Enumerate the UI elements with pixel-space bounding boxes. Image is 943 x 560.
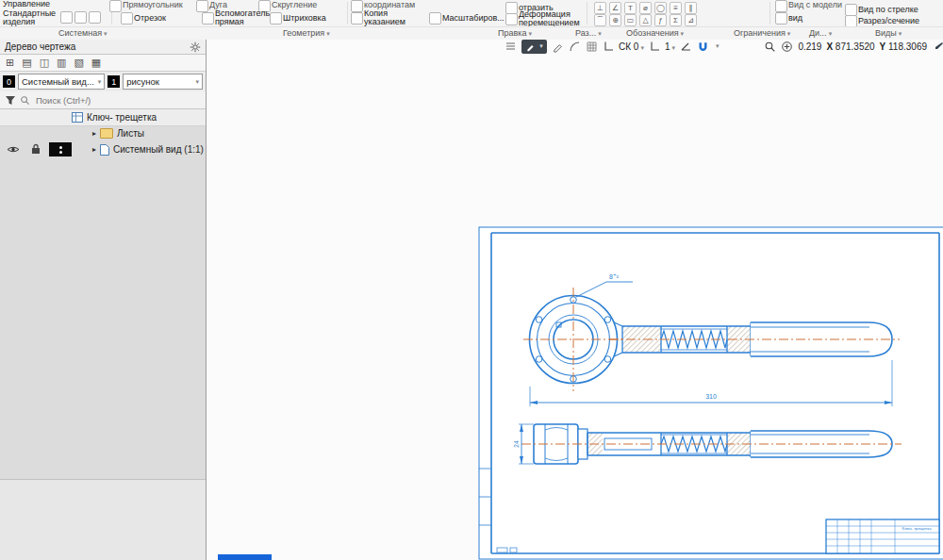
drawing-tree: Ключ- трещетка ▸ Листы ▸ Систе (0, 109, 206, 162)
separator (587, 2, 587, 25)
lock-icon[interactable] (31, 143, 41, 155)
section-view-icon[interactable] (845, 15, 857, 27)
search-icon (20, 95, 30, 106)
gear-icon[interactable] (190, 41, 201, 53)
separator (769, 2, 770, 25)
split-view-icon[interactable]: ◫ (40, 57, 49, 69)
panel-header: Дерево чертежа (0, 40, 206, 55)
function-icon[interactable]: ƒ (654, 14, 667, 26)
equal-constraint-icon[interactable]: ≡ (670, 2, 682, 14)
view-number-badge: 0 (3, 75, 15, 88)
expand-arrow-icon[interactable]: ▸ (92, 145, 96, 154)
list-view-icon[interactable]: ▤ (22, 57, 31, 69)
standard-parts-button-line2[interactable]: изделия (3, 18, 35, 26)
drawing-viewport[interactable]: Ключ- трещетка (207, 40, 943, 560)
copy-by-point-button-line2[interactable]: указанием (364, 18, 405, 26)
chevron-down-icon: ▾ (104, 30, 108, 37)
current-layer-select[interactable]: рисунок ▾ (123, 74, 203, 90)
copy-icon[interactable] (74, 11, 87, 24)
construction-line-button-line2[interactable]: прямая (215, 18, 244, 26)
rectangle-button[interactable]: Прямоугольник (123, 1, 183, 9)
new-view-button[interactable]: вид (788, 14, 802, 23)
dot-icon (59, 146, 62, 149)
tab-geometry[interactable]: Геометрия▾ (283, 28, 330, 38)
title-block-part-name: Ключ- трещетка (902, 526, 932, 531)
chevron-down-icon: ▾ (899, 30, 902, 37)
ribbon: Управление Стандартные изделия Прямоугол… (0, 0, 943, 41)
hatch-view-icon[interactable]: ▧ (74, 57, 83, 69)
construction-line-icon[interactable] (202, 12, 214, 25)
fillet-button[interactable]: Скругление (272, 1, 317, 9)
chevron-down-icon: ▾ (528, 30, 532, 37)
paste-icon[interactable] (89, 11, 101, 24)
arc-icon[interactable] (196, 0, 208, 12)
dot-icon (59, 151, 62, 154)
angle-dimension-icon[interactable]: ∠ (609, 2, 621, 14)
current-view-select[interactable]: Системный вид... ▾ (18, 74, 105, 90)
deformation-button-line2[interactable]: перемещением (519, 19, 580, 27)
scale-button[interactable]: Масштабиров... (442, 14, 505, 23)
hatch-icon[interactable] (270, 12, 282, 25)
fix-constraint-icon[interactable]: ⊿ (685, 14, 697, 26)
circle-icon[interactable]: ◯ (654, 2, 667, 14)
section-view-button[interactable]: Разрез/сечение (858, 17, 919, 25)
clipboard-icon[interactable] (60, 11, 73, 24)
view-from-model-icon[interactable] (775, 0, 787, 12)
move-by-coordinates-icon[interactable] (351, 0, 363, 12)
arrow-view-button[interactable]: Вид по стрелке (858, 6, 918, 14)
management-label[interactable]: Управление (3, 0, 50, 8)
chevron-down-icon: ▾ (598, 30, 602, 37)
diameter-dimension-icon[interactable]: ⌀ (639, 2, 652, 14)
grid-view-icon[interactable]: ▦ (91, 57, 101, 69)
parallel-icon[interactable]: ∥ (685, 2, 697, 14)
search-input[interactable] (34, 94, 201, 107)
view-page-icon (100, 144, 109, 156)
hole-dimension-text[interactable]: 8⁺² (609, 273, 620, 280)
deformation-icon[interactable] (505, 13, 518, 25)
tangent-icon[interactable]: ⌒ (594, 14, 606, 26)
panel-title: Дерево чертежа (5, 41, 75, 52)
panel-combos: 0 Системный вид... ▾ 1 рисунок ▾ (0, 72, 206, 91)
search-row (0, 91, 206, 109)
status-strip (218, 554, 272, 560)
new-view-icon[interactable] (775, 12, 787, 25)
chevron-down-icon: ▾ (195, 78, 199, 86)
layer-state-badge[interactable] (49, 142, 72, 156)
folder-icon (100, 128, 113, 139)
line-segment-icon[interactable] (121, 12, 133, 25)
rectangle-icon[interactable] (109, 0, 122, 12)
chevron-down-icon: ▾ (326, 30, 330, 37)
hatch-button[interactable]: Штриховка (283, 14, 326, 23)
copy-by-point-icon[interactable] (351, 12, 363, 25)
height-dimension-text[interactable]: 24 (513, 440, 520, 448)
perpendicular-icon[interactable]: ⊥ (594, 2, 606, 14)
chevron-down-icon: ▾ (681, 30, 685, 37)
drawing-tree-panel: Дерево чертежа ⊞ ▤ ◫ ▥ ▧ ▦ 0 Системный в… (0, 40, 207, 560)
expand-arrow-icon[interactable]: ▸ (92, 129, 96, 138)
line-segment-button[interactable]: Отрезок (134, 14, 166, 23)
concentric-icon[interactable]: ⊕ (609, 14, 621, 26)
triangle-icon[interactable]: △ (639, 14, 652, 26)
length-dimension-text[interactable]: 310 (705, 393, 717, 400)
tree-item-document[interactable]: Ключ- трещетка (0, 109, 206, 126)
rows-view-icon[interactable]: ▥ (57, 57, 66, 69)
tree-item-sheets[interactable]: ▸ Листы (0, 125, 206, 141)
rectangle-tool-icon[interactable]: ▭ (624, 14, 637, 26)
filter-icon[interactable] (5, 95, 16, 106)
eye-icon[interactable] (7, 145, 20, 154)
document-icon (72, 112, 83, 123)
tab-system[interactable]: Системная▾ (58, 28, 108, 38)
parameters-area (0, 480, 206, 560)
panel-toolbar: ⊞ ▤ ◫ ▥ ▧ ▦ (0, 55, 206, 72)
text-icon[interactable]: T (624, 2, 637, 14)
chevron-down-icon: ▾ (98, 78, 102, 86)
scale-icon[interactable] (429, 12, 441, 25)
layer-number-badge: 1 (108, 75, 120, 88)
drawing-canvas-area[interactable]: ▾ СК 0▾ 1▾ ▾ (207, 40, 943, 560)
chevron-down-icon: ▾ (829, 30, 833, 37)
chevron-down-icon: ▾ (787, 30, 791, 37)
tree-item-system-view[interactable]: ▸ Системный вид (1:1) (0, 141, 206, 157)
view-from-model-button[interactable]: Вид с модели (788, 1, 842, 9)
new-sheet-icon[interactable]: ⊞ (6, 57, 14, 69)
sum-icon[interactable]: Σ (670, 14, 682, 26)
